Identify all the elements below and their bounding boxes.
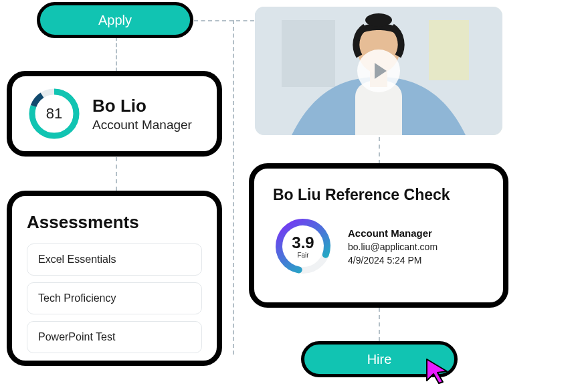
profile-name: Bo Lio [92,96,192,116]
svg-point-8 [365,13,392,27]
reference-title: Bo Liu Reference Check [273,186,484,204]
reference-datetime: 4/9/2024 5:24 PM [348,255,438,266]
assessments-card: Assessments Excel Essentials Tech Profic… [7,191,222,366]
apply-label: Apply [98,13,132,28]
cursor-icon [424,358,451,385]
connector-line [379,308,380,341]
profile-card: 81 Bo Lio Account Manager [7,71,222,157]
reference-email: bo.liu@applicant.com [348,241,438,252]
svg-rect-5 [429,20,469,80]
connector-line [194,20,254,21]
connector-line [379,137,380,164]
apply-button[interactable]: Apply [37,2,193,38]
assessments-title: Assessments [27,212,202,233]
score-value: 81 [28,88,80,140]
score-ring: 81 [28,88,80,140]
video-preview[interactable] [255,7,502,135]
assessment-item[interactable]: Excel Essentials [27,243,202,276]
profile-role: Account Manager [92,118,192,132]
rating-value: 3.9 [292,233,314,252]
assessment-item[interactable]: PowerPoint Test [27,321,202,353]
connector-line [116,37,117,72]
hire-label: Hire [367,352,392,367]
reference-role: Account Manager [348,227,438,239]
svg-rect-4 [282,20,335,87]
rating-word: Fair [297,252,308,259]
rating-ring: 3.9 Fair [273,216,333,276]
play-icon[interactable] [357,50,400,92]
reference-card: Bo Liu Reference Check 3.9 Fair Account … [249,163,508,308]
connector-line [116,157,117,191]
connector-line [233,20,234,355]
assessment-item[interactable]: Tech Proficiency [27,282,202,314]
